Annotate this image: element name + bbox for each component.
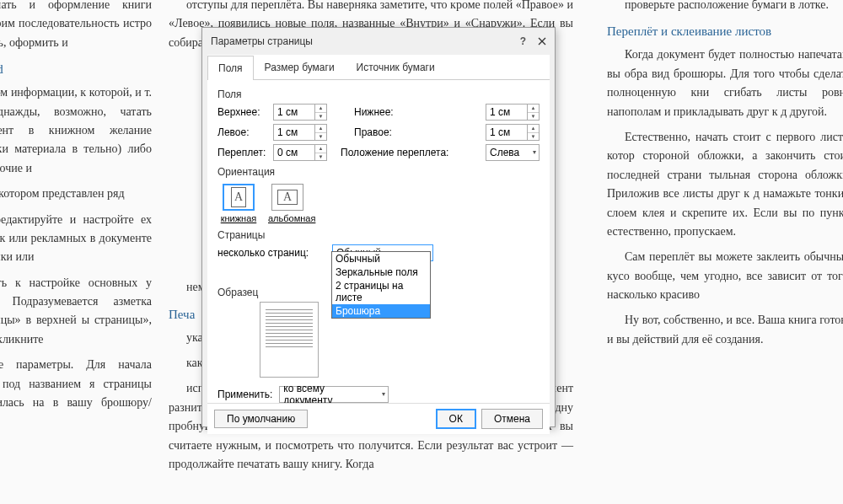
orientation-portrait[interactable]: A книжная [217,181,260,226]
label-multi-pages: несколько страниц: [217,247,327,259]
label-top: Верхнее: [217,106,268,118]
label-bottom: Нижнее: [354,106,405,118]
bg-text: , в котором представлен ряд [0,185,152,203]
label-gutter: Переплет: [217,147,268,158]
label-right: Правое: [354,126,405,138]
input-left[interactable] [274,125,314,140]
bg-text: Ну вот, собственно, и все. Ваша книга го… [607,311,843,349]
spinner-bottom[interactable]: ▲▼ [486,104,540,121]
bg-text: проверьте расположение бумаги в лотке. [607,0,843,14]
bg-heading: в Word [0,59,152,79]
spinner-right[interactable]: ▲▼ [486,124,540,141]
tab-paper-size[interactable]: Размер бумаги [254,55,346,79]
default-button[interactable]: По умолчанию [214,410,308,428]
spinner-left[interactable]: ▲▼ [273,124,327,141]
spinner-up-icon[interactable]: ▲ [528,105,539,113]
spinner-top[interactable]: ▲▼ [273,104,327,121]
multi-pages-dropdown: Обычный Зеркальные поля 2 страницы на ли… [331,251,431,319]
dropdown-option-booklet[interactable]: Брошюра [332,304,430,318]
dropdown-option-mirror[interactable]: Зеркальные поля [332,265,430,279]
spinner-down-icon[interactable]: ▼ [315,113,326,121]
caret-down-icon: ▾ [382,390,385,398]
background-text-col3: проверьте расположение бумаги в лотке. П… [607,0,843,356]
bg-text: ные параметры. Для начала меню под назва… [0,356,152,432]
dialog-tabs: Поля Размер бумаги Источник бумаги [207,55,550,80]
select-gutter-pos[interactable]: Слева ▾ [486,144,540,161]
spinner-down-icon[interactable]: ▼ [528,133,539,141]
select-value: Слева [490,147,519,158]
bg-text: Естественно, начать стоит с первого лист… [607,128,843,241]
bg-text: отредактируйте и настройте ех ошибок или… [0,211,152,267]
bg-heading: Переплёт и склеивание листов [607,21,843,41]
label-left: Левое: [217,126,268,138]
dialog-title: Параметры страницы [211,35,313,47]
orientation-landscape[interactable]: A альбомная [266,181,309,226]
label-apply: Применить: [217,389,272,400]
close-icon [538,37,546,46]
caret-down-icon: ▾ [533,148,536,156]
cancel-button[interactable]: Отмена [481,409,543,429]
spinner-gutter[interactable]: ▲▼ [273,144,327,161]
spinner-up-icon[interactable]: ▲ [528,125,539,133]
dropdown-option-normal[interactable]: Обычный [332,252,430,265]
orientation-label: альбомная [268,213,315,223]
close-button[interactable] [534,33,550,50]
select-apply-to[interactable]: ко всему документу ▾ [279,386,389,403]
background-text-col1: печать и оформление книги ссмотрим после… [0,0,152,438]
spinner-down-icon[interactable]: ▼ [315,133,326,141]
label-gutter-pos: Положение переплета: [341,147,450,158]
spinner-up-icon[interactable]: ▲ [315,105,326,113]
bg-text: Сам переплёт вы можете заклеить обычным … [607,248,843,304]
ok-button[interactable]: ОК [436,409,476,429]
spinner-down-icon[interactable]: ▼ [315,153,326,161]
dialog-titlebar[interactable]: Параметры страницы ? [202,28,555,55]
group-margins: Поля [217,88,540,100]
input-right[interactable] [486,125,527,140]
bg-text: твом информации, к которой, и т. д. Одна… [0,83,152,178]
dropdown-option-two-per-sheet[interactable]: 2 страницы на листе [332,279,430,304]
spinner-down-icon[interactable]: ▼ [528,113,539,121]
tab-fields[interactable]: Поля [207,56,254,80]
portrait-icon: A [223,184,255,211]
bg-text: печать и оформление книги ссмотрим после… [0,0,152,52]
input-gutter[interactable] [274,145,314,160]
spinner-up-icon[interactable]: ▲ [315,145,326,153]
tab-paper-source[interactable]: Источник бумаги [346,55,446,79]
bg-text: Когда документ будет полностью напечатан… [607,46,843,121]
select-value: ко всему документу [283,383,373,403]
orientation-label: книжная [221,213,257,223]
help-button[interactable]: ? [520,35,526,47]
sample-preview [260,302,319,378]
page-setup-dialog: Параметры страницы ? Поля Размер бумаги … [201,27,556,427]
input-bottom[interactable] [486,105,527,120]
input-top[interactable] [274,105,314,120]
landscape-icon: A [271,184,303,211]
spinner-up-icon[interactable]: ▲ [315,125,326,133]
group-orientation: Ориентация [217,166,540,178]
bg-text: дить к настройке основных у книгу. Подра… [0,274,152,350]
group-pages: Страницы [217,229,540,241]
